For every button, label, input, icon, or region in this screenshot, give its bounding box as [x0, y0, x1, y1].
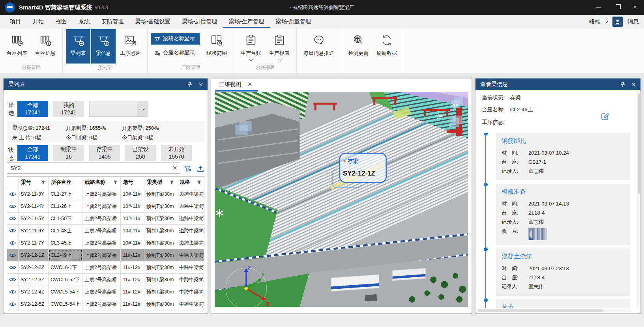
view-eye-icon[interactable] [7, 213, 19, 224]
ribbon-group-5: 检测更新刷新数据 [341, 28, 404, 73]
tab-3d-view[interactable]: 三维视图 ✕ [215, 78, 258, 92]
status-bar [0, 314, 644, 327]
column-header-墩号[interactable]: 墩号 [121, 177, 144, 188]
menu-item-项目[interactable]: 项目 [4, 15, 27, 28]
view-eye-icon[interactable] [7, 298, 19, 310]
scrollbar-thumb[interactable] [638, 93, 640, 194]
ribbon-button-梁列表[interactable]: 梁列表 [66, 29, 90, 64]
ribbon-toggle-台座名称显示[interactable]: 台座名称显示 [151, 47, 200, 59]
ribbon-group-预制梁: 梁列表梁信息工序照片预制梁 [63, 28, 148, 73]
menu-item-开始[interactable]: 开始 [27, 15, 50, 28]
filter-tab-全部[interactable]: 全部17241 [17, 101, 48, 117]
filter-tab-我的[interactable]: 我的17241 [53, 101, 84, 117]
table-row-SY2-12-5Z[interactable]: SY2-12-5ZCWCL5-54上上虞2号高架桥11#-12#预制T梁30m中… [7, 298, 204, 310]
process-photo-thumbnail[interactable] [528, 228, 547, 240]
column-header-线路名称[interactable]: 线路名称 [82, 177, 121, 188]
view-eye-icon[interactable] [7, 237, 19, 249]
menu-item-安防管理[interactable]: 安防管理 [95, 15, 129, 28]
close-button[interactable]: × [626, 0, 644, 15]
menu-item-视图[interactable]: 视图 [50, 15, 73, 28]
process-name[interactable]: 钢筋绑扎 [502, 137, 625, 145]
table-row-SY2-11-3Y[interactable]: SY2-11-3YCL1-27上上虞2号高架桥10#-11#预制T梁30m边跨中… [7, 188, 204, 200]
person-icon [614, 18, 621, 25]
view-eye-icon[interactable] [7, 286, 19, 298]
user-name[interactable]: 骆雄 [589, 18, 600, 25]
column-filter-icon[interactable] [41, 180, 45, 185]
column-header-所在台座[interactable]: 所在台座 [49, 177, 82, 188]
table-row-SY2-12-2Z[interactable]: SY2-12-2ZCWCL6-1下上虞2号高架桥11#-12#预制T梁30m中跨… [7, 262, 204, 274]
filter-funnel-icon[interactable] [183, 164, 192, 173]
ribbon-button-生产报表[interactable]: 生产报表 [266, 29, 293, 64]
menu-item-梁场-进度管理[interactable]: 梁场-进度管理 [176, 15, 223, 28]
horizontal-scrollbar[interactable] [477, 309, 631, 312]
scrollbar-thumb[interactable] [477, 309, 603, 312]
menu-item-梁场-质量管理[interactable]: 梁场-质量管理 [270, 15, 317, 28]
table-row-SY2-11-5Y[interactable]: SY2-11-5YCL1-50下上虞2号高架桥10#-11#预制T梁30m边跨中… [7, 213, 204, 225]
close-icon[interactable]: × [199, 81, 203, 88]
table-row-SY2-12-3Z[interactable]: SY2-12-3ZCWCL5-52下上虞2号高架桥11#-12#预制T梁30m中… [7, 274, 204, 286]
status-tab-已架设[interactable]: 已架设250 [125, 145, 156, 161]
minimize-button[interactable] [590, 0, 608, 15]
search-clear-icon[interactable]: ✕ [172, 164, 178, 172]
export-icon[interactable] [195, 164, 205, 173]
menu-item-梁场-生产管理[interactable]: 梁场-生产管理 [223, 15, 270, 28]
dropdown-chevron-icon[interactable] [137, 101, 148, 116]
beam-callout[interactable] [340, 153, 386, 182]
ribbon-button-现状简图[interactable]: 现状简图 [203, 29, 230, 64]
avatar[interactable] [612, 17, 623, 27]
ribbon-button-台座列表[interactable]: 台座列表 [3, 29, 31, 64]
current-status-row: 当前状态: 存梁 [482, 94, 521, 101]
edit-icon[interactable] [600, 112, 610, 121]
filter-dropdown[interactable] [89, 101, 148, 117]
status-tab-制梁中[interactable]: 制梁中16 [53, 145, 84, 161]
tab-close-icon[interactable]: ✕ [247, 81, 253, 88]
ribbon-button-台座信息[interactable]: 台座信息 [32, 29, 59, 64]
ribbon-button-生产台账[interactable]: 生产台账 [237, 29, 265, 64]
column-filter-icon[interactable] [170, 180, 174, 185]
view-eye-icon[interactable] [7, 274, 19, 286]
user-chevron-down-icon[interactable] [605, 19, 608, 23]
ribbon-button-每日消息推送[interactable]: 每日消息推送 [300, 29, 338, 64]
status-tab-未开始[interactable]: 未开始15570 [161, 145, 192, 161]
view-eye-icon[interactable] [7, 262, 19, 273]
cell-梁号: SY2-12-1Z [19, 249, 49, 261]
view-eye-icon[interactable] [7, 249, 19, 261]
table-row-SY2-11-4Y[interactable]: SY2-11-4YCL1-26上上虞2号高架桥10#-11#预制T梁30m边跨中… [7, 200, 204, 213]
pin-icon[interactable] [620, 82, 625, 88]
status-tab-全部[interactable]: 全部17241 [17, 145, 48, 161]
column-filter-icon[interactable] [197, 180, 201, 185]
process-name[interactable]: 模板准备 [502, 188, 625, 196]
column-filter-icon[interactable] [113, 180, 118, 185]
viewport-3d[interactable]: 2# 3# 存梁 SY2-12-1Z [215, 92, 468, 307]
column-header-梁类型[interactable]: 梁类型 [144, 177, 177, 188]
axis-x-label: X [266, 301, 270, 307]
table-row-SY2-12-1Z[interactable]: SY2-12-1ZCL2-49上上虞2号高架桥11#-12#预制T梁30m中跨边… [7, 249, 204, 262]
process-name[interactable]: 混凝土浇筑 [502, 252, 625, 261]
process-name[interactable]: 蒸养 [502, 303, 625, 308]
table-row-SY2-12-4Z[interactable]: SY2-12-4ZCWCL5-54下上虞2号高架桥11#-12#预制T梁30m中… [7, 286, 204, 298]
restore-button[interactable] [608, 0, 626, 15]
pin-icon[interactable] [187, 82, 193, 88]
close-icon[interactable]: × [632, 81, 636, 88]
messages-button[interactable]: 消息 [627, 18, 638, 25]
column-header-梁号[interactable]: 梁号 [19, 177, 49, 188]
table-row-SY2-11-6Y[interactable]: SY2-11-6YCL1-48上上虞2号高架桥10#-11#预制T梁30m边跨中… [7, 225, 204, 237]
cell-线路名称: 上虞2号高架桥 [82, 262, 121, 273]
column-header-规格[interactable]: 规格 [177, 177, 204, 188]
cell-线路名称: 上虞2号高架桥 [82, 225, 121, 237]
menu-item-系统[interactable]: 系统 [73, 15, 95, 28]
menu-item-梁场-基础设置[interactable]: 梁场-基础设置 [129, 15, 176, 28]
status-tab-存梁中[interactable]: 存梁中1405 [89, 145, 120, 161]
ribbon-toggle-梁段名称显示[interactable]: 梁段名称显示 [151, 33, 200, 45]
ribbon-button-梁信息[interactable]: 梁信息 [91, 29, 116, 64]
view-eye-icon[interactable] [7, 225, 19, 237]
ribbon-button-工序照片[interactable]: 工序照片 [116, 29, 144, 64]
table-row-SY2-11-7Y[interactable]: SY2-11-7YCL3-45上上虞2号高架桥10#-11#预制T梁30m边跨边… [7, 237, 204, 249]
vertical-scrollbar[interactable] [637, 90, 640, 308]
view-eye-icon[interactable] [7, 200, 19, 212]
ribbon-button-刷新数据[interactable]: 刷新数据 [373, 29, 401, 64]
view-eye-icon[interactable] [7, 188, 19, 200]
search-input[interactable] [7, 163, 180, 174]
cell-墩号: 11#-12# [121, 249, 144, 261]
ribbon-button-检测更新[interactable]: 检测更新 [344, 29, 372, 64]
